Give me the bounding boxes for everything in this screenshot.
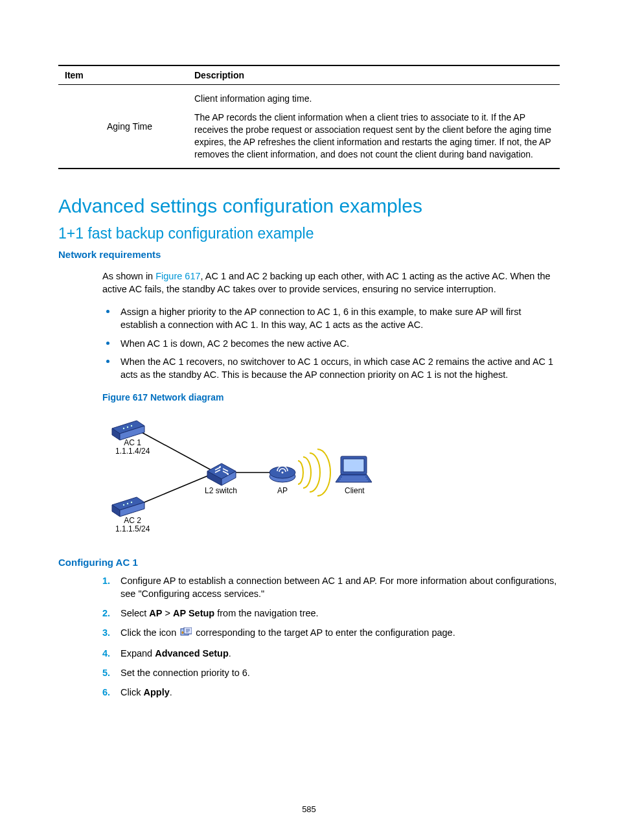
figure-caption: Figure 617 Network diagram xyxy=(102,392,560,402)
s6-pre: Click xyxy=(120,687,143,697)
svg-point-8 xyxy=(131,425,132,426)
step-6: Click Apply. xyxy=(102,686,560,699)
table-header-row: Item Description xyxy=(58,65,560,85)
s6-apply: Apply xyxy=(143,687,169,697)
th-description: Description xyxy=(188,65,560,85)
s4-pre: Expand xyxy=(120,648,155,659)
svg-point-7 xyxy=(127,426,128,427)
svg-point-20 xyxy=(282,471,284,473)
td-item-aging-time: Aging Time xyxy=(58,85,188,169)
s2-mid: > xyxy=(163,608,174,618)
s3-pre: Click the icon xyxy=(120,627,179,638)
label-switch: L2 switch xyxy=(205,487,237,495)
s3-post: corresponding to the target AP to enter … xyxy=(193,627,455,638)
heading-network-requirements: Network requirements xyxy=(58,249,560,260)
heading-configuring-ac1: Configuring AC 1 xyxy=(58,557,560,568)
network-diagram: AC 1 1.1.1.4/24 AC 2 1.1.1.5/24 L2 switc… xyxy=(102,408,387,537)
configure-icon xyxy=(180,627,192,640)
s2-ap-setup: AP Setup xyxy=(173,608,214,618)
th-item: Item xyxy=(58,65,188,85)
desc-line-2: The AP records the client information wh… xyxy=(194,111,553,161)
intro-pre: As shown in xyxy=(102,271,155,281)
label-client: Client xyxy=(345,487,365,495)
configuration-steps: Configure AP to establish a connection b… xyxy=(102,574,560,699)
label-ac1: AC 1 1.1.1.4/24 xyxy=(115,439,150,456)
ac2-name: AC 2 xyxy=(124,516,141,525)
label-ac2: AC 2 1.1.1.5/24 xyxy=(115,517,150,533)
td-desc-aging-time: Client information aging time. The AP re… xyxy=(188,85,560,169)
label-ap: AP xyxy=(277,487,288,495)
step-2: Select AP > AP Setup from the navigation… xyxy=(102,607,560,620)
page-number: 585 xyxy=(0,804,618,814)
step-5: Set the connection priority to 6. xyxy=(102,666,560,679)
list-item: Assign a higher priority to the AP conne… xyxy=(102,305,560,332)
step-1: Configure AP to establish a connection b… xyxy=(102,574,560,601)
svg-point-13 xyxy=(127,502,128,504)
requirements-list: Assign a higher priority to the AP conne… xyxy=(102,305,560,381)
step-4: Expand Advanced Setup. xyxy=(102,647,560,660)
desc-line-1: Client information aging time. xyxy=(194,93,553,105)
svg-rect-22 xyxy=(343,459,364,472)
ac1-ip: 1.1.1.4/24 xyxy=(115,447,150,456)
parameter-table: Item Description Aging Time Client infor… xyxy=(58,65,560,169)
table-row: Aging Time Client information aging time… xyxy=(58,85,560,169)
heading-fast-backup: 1+1 fast backup configuration example xyxy=(58,225,560,242)
intro-paragraph: As shown in Figure 617, AC 1 and AC 2 ba… xyxy=(102,270,560,296)
list-item: When AC 1 is down, AC 2 becomes the new … xyxy=(102,337,560,350)
s6-post: . xyxy=(170,687,172,697)
svg-point-12 xyxy=(123,504,124,505)
s2-post: from the navigation tree. xyxy=(214,608,318,618)
document-page: Item Description Aging Time Client infor… xyxy=(0,0,618,840)
s2-ap: AP xyxy=(149,608,162,618)
list-item: When the AC 1 recovers, no switchover to… xyxy=(102,355,560,382)
s2-pre: Select xyxy=(120,608,149,618)
s4-advanced-setup: Advanced Setup xyxy=(155,648,229,659)
ac1-name: AC 1 xyxy=(124,438,141,447)
svg-point-14 xyxy=(131,501,132,502)
svg-point-6 xyxy=(123,427,124,428)
figure-reference-link[interactable]: Figure 617 xyxy=(155,271,200,281)
s4-post: . xyxy=(229,648,231,659)
heading-advanced-settings: Advanced settings configuration examples xyxy=(58,195,560,217)
step-3: Click the icon corresponding to the targ… xyxy=(102,626,560,640)
ac2-ip: 1.1.1.5/24 xyxy=(115,524,150,533)
svg-line-1 xyxy=(138,472,216,505)
